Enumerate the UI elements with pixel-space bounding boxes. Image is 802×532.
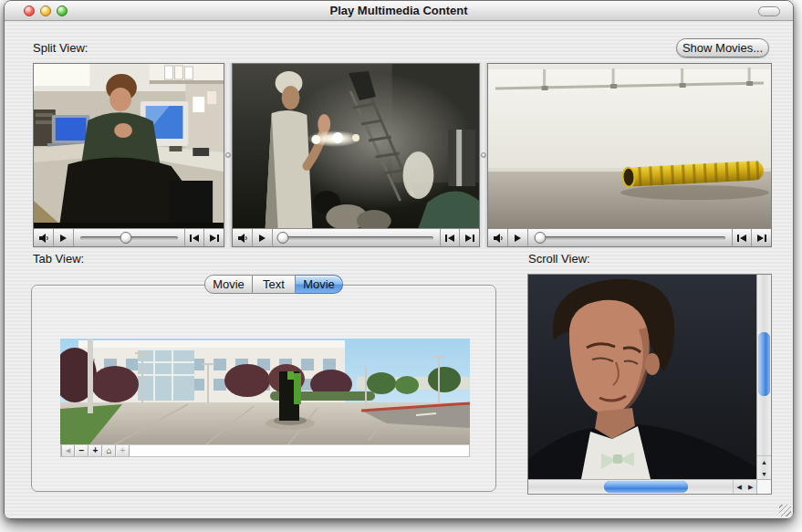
qtvr-zoom-out-button[interactable]: − — [75, 445, 89, 456]
step-forward-button[interactable] — [204, 229, 224, 246]
tab-label: Text — [263, 277, 285, 291]
studio-scene — [233, 64, 479, 228]
qtvr-previous-node-button: ◀ — [61, 445, 75, 456]
previous-node-icon: ◀ — [66, 446, 70, 455]
resize-grip[interactable] — [779, 505, 791, 516]
qtvr-pan-button: + — [116, 445, 130, 456]
volume-button[interactable] — [233, 229, 253, 246]
step-back-arrow-icon — [193, 235, 199, 242]
divider-dimple-icon — [225, 152, 231, 158]
window-play-multimedia-content: Play Multimedia Content Split View: Tab … — [4, 0, 794, 519]
title-bar[interactable]: Play Multimedia Content — [5, 1, 793, 21]
right-arrow-icon: ▶ — [748, 484, 753, 491]
movie-view-studio-scene[interactable] — [233, 64, 479, 228]
slider-groove — [279, 236, 433, 240]
left-arrow-icon: ◀ — [737, 484, 742, 491]
tab-text[interactable]: Text — [253, 275, 296, 294]
horizontal-scroll-thumb[interactable] — [604, 481, 688, 493]
speaker-icon — [237, 233, 248, 244]
vertical-scroll-arrows: ▲ ▼ — [757, 455, 771, 479]
tab-movie-2[interactable]: Movie — [296, 275, 343, 294]
step-back-button[interactable] — [185, 229, 204, 246]
step-back-button[interactable] — [441, 229, 460, 246]
horizontal-scrollbar[interactable]: ◀ ▶ — [528, 479, 756, 494]
movie-pane-2 — [232, 63, 480, 247]
movie-view-office-interview[interactable] — [34, 64, 224, 228]
tab-label: Movie — [213, 277, 245, 291]
step-forward-arrow-icon — [757, 235, 764, 242]
qtvr-control-bar: ◀ − + ⌂ + — [60, 444, 470, 457]
scrub-slider[interactable] — [528, 229, 733, 246]
zoom-out-icon: − — [79, 446, 85, 455]
campus-panorama-scene — [60, 339, 470, 444]
play-icon — [259, 235, 266, 242]
toolbar-pill-button[interactable] — [758, 6, 780, 16]
volume-button[interactable] — [488, 229, 508, 246]
step-forward-button[interactable] — [752, 229, 771, 246]
scroll-view: ▲ ▼ ◀ ▶ — [527, 274, 772, 495]
up-arrow-icon: ▲ — [761, 459, 767, 465]
horizontal-scroll-track[interactable] — [528, 480, 733, 494]
warehouse-scene — [488, 64, 771, 228]
movie-controller — [233, 228, 479, 246]
scrub-thumb[interactable] — [535, 232, 547, 244]
movie-view-speech[interactable] — [528, 275, 756, 479]
step-back-arrow-icon — [448, 235, 454, 242]
scroll-left-button[interactable]: ◀ — [734, 480, 745, 494]
office-interview-scene — [34, 64, 224, 228]
play-icon — [60, 235, 67, 242]
pan-icon: + — [120, 446, 126, 455]
tab-movie-1[interactable]: Movie — [204, 275, 253, 294]
play-button[interactable] — [508, 229, 528, 246]
step-forward-icon — [217, 235, 219, 242]
vertical-scroll-track[interactable] — [757, 275, 771, 455]
step-forward-arrow-icon — [210, 235, 216, 242]
down-arrow-icon: ▼ — [761, 471, 767, 477]
step-forward-icon — [765, 235, 766, 242]
movie-pane-3 — [487, 63, 772, 247]
movie-controller — [34, 228, 224, 246]
vertical-scrollbar[interactable]: ▲ ▼ — [756, 275, 771, 479]
scrollbar-corner — [756, 479, 771, 494]
split-view-divider-1[interactable] — [224, 63, 232, 247]
speaker-icon — [38, 233, 49, 244]
speaker-icon — [493, 233, 504, 244]
scrub-slider[interactable] — [273, 229, 441, 246]
split-view-divider-2[interactable] — [480, 63, 487, 247]
step-back-button[interactable] — [733, 229, 752, 246]
divider-dimple-icon — [481, 152, 486, 158]
qtvr-home-button[interactable]: ⌂ — [102, 445, 116, 456]
step-forward-button[interactable] — [460, 229, 479, 246]
play-icon — [515, 235, 521, 242]
movie-view-warehouse[interactable] — [488, 64, 771, 228]
step-back-icon — [445, 235, 447, 242]
speech-scene — [528, 275, 756, 479]
window-title: Play Multimedia Content — [5, 4, 793, 17]
qtvr-movie-view: ◀ − + ⌂ + — [60, 339, 470, 457]
tab-label: Movie — [303, 277, 335, 291]
scrub-slider[interactable] — [74, 229, 185, 246]
play-button[interactable] — [253, 229, 273, 246]
step-back-arrow-icon — [740, 235, 746, 242]
slider-groove — [535, 236, 725, 240]
scroll-up-button[interactable]: ▲ — [757, 456, 771, 468]
show-movies-button[interactable]: Show Movies... — [676, 38, 769, 57]
scroll-right-button[interactable]: ▶ — [745, 480, 757, 494]
tab-view-label: Tab View: — [33, 252, 84, 266]
zoom-in-icon: + — [93, 446, 99, 455]
panorama-view[interactable] — [60, 339, 470, 444]
qtvr-zoom-in-button[interactable]: + — [89, 445, 102, 456]
step-back-icon — [190, 235, 192, 242]
horizontal-scroll-arrows: ◀ ▶ — [733, 480, 756, 494]
tab-bar: Movie Text Movie — [204, 275, 343, 294]
play-button[interactable] — [54, 229, 74, 246]
movie-controller — [488, 228, 771, 246]
scrub-thumb[interactable] — [120, 232, 131, 244]
step-back-icon — [737, 235, 739, 242]
step-forward-icon — [473, 235, 474, 242]
home-icon: ⌂ — [106, 446, 111, 455]
scrub-thumb[interactable] — [276, 232, 288, 244]
volume-button[interactable] — [34, 229, 54, 246]
step-forward-arrow-icon — [465, 235, 472, 242]
vertical-scroll-thumb[interactable] — [758, 332, 770, 395]
